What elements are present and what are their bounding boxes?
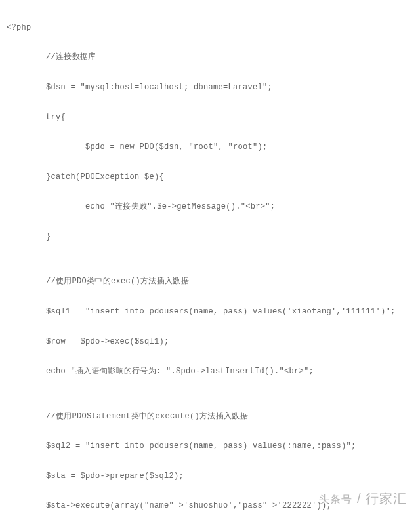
code-line: try{ bbox=[7, 110, 413, 125]
code-line: $sta->execute(array("name"=>'shuoshuo',"… bbox=[7, 498, 413, 514]
code-line: $dsn = "mysql:host=localhost; dbname=Lar… bbox=[7, 80, 413, 95]
code-line: $row = $pdo->exec($sql1); bbox=[7, 334, 413, 350]
code-line: //连接数据库 bbox=[7, 50, 413, 65]
code-line: $sql1 = "insert into pdousers(name, pass… bbox=[7, 304, 413, 319]
code-line: <?php bbox=[7, 20, 413, 35]
code-line: }catch(PDOException $e){ bbox=[7, 170, 413, 185]
code-line: $pdo = new PDO($dsn, "root", "root"); bbox=[7, 140, 413, 155]
code-line: //使用PDOStatement类中的execute()方法插入数据 bbox=[7, 409, 413, 424]
code-line: $sta = $pdo->prepare($sql2); bbox=[7, 469, 413, 484]
code-line: echo "连接失败".$e->getMessage()."<br>"; bbox=[7, 199, 413, 214]
code-block: <?php //连接数据库 $dsn = "mysql:host=localho… bbox=[7, 5, 413, 524]
code-line: echo "插入语句影响的行号为: ".$pdo->lastInsertId()… bbox=[7, 364, 413, 379]
code-line: } bbox=[7, 230, 413, 245]
code-line: $sql2 = "insert into pdousers(name, pass… bbox=[7, 439, 413, 454]
code-line: //使用PDO类中的exec()方法插入数据 bbox=[7, 274, 413, 289]
